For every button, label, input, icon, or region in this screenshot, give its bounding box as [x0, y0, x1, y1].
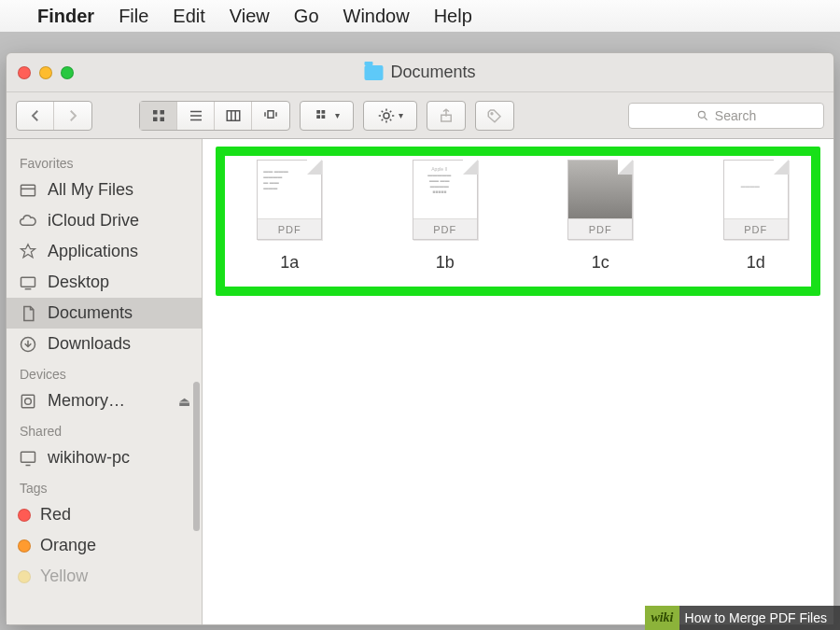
menu-window[interactable]: Window — [343, 6, 410, 27]
file-item[interactable]: ▬▬ ▬▬▬▬▬▬▬▬ ▬▬▬▬▬ PDF 1a — [234, 160, 345, 273]
nav-buttons — [16, 101, 92, 131]
sidebar-tag-orange[interactable]: Orange — [7, 530, 202, 561]
sidebar-item-label: All My Files — [48, 180, 133, 200]
toolbar: ▾ ▾ Search — [7, 92, 833, 139]
file-grid: ▬▬ ▬▬▬▬▬▬▬▬ ▬▬▬▬▬ PDF 1a Apple II▬▬▬▬▬▬▬… — [234, 160, 811, 273]
sidebar-item-label: wikihow-pc — [48, 448, 130, 468]
desktop-icon — [18, 273, 38, 292]
action-menu[interactable]: ▾ — [363, 101, 417, 131]
devices-header: Devices — [7, 359, 202, 385]
file-name: 1c — [592, 253, 609, 273]
system-menubar: Finder File Edit View Go Window Help — [0, 0, 840, 32]
menu-app[interactable]: Finder — [37, 6, 94, 27]
file-name: 1d — [747, 253, 765, 273]
view-switcher — [139, 101, 290, 131]
file-item[interactable]: PDF 1c — [545, 160, 656, 273]
file-type-badge: PDF — [413, 218, 477, 239]
svg-point-19 — [491, 112, 493, 114]
sidebar-item-label: Desktop — [48, 273, 109, 292]
sidebar-tag-red[interactable]: Red — [7, 499, 202, 530]
file-name: 1b — [436, 253, 455, 273]
svg-rect-15 — [316, 115, 320, 119]
sidebar-item-label: Memory… — [48, 391, 125, 411]
svg-rect-1 — [160, 110, 164, 115]
svg-point-17 — [384, 113, 389, 119]
menu-help[interactable]: Help — [434, 6, 472, 27]
menu-edit[interactable]: Edit — [173, 6, 204, 27]
svg-rect-16 — [321, 115, 325, 119]
sidebar: Favorites All My Files iCloud Drive Appl… — [7, 139, 203, 624]
wikihow-logo: wiki — [645, 606, 679, 630]
sidebar-item-desktop[interactable]: Desktop — [7, 267, 202, 298]
sidebar-item-label: Yellow — [40, 567, 88, 586]
view-column-button[interactable] — [215, 102, 252, 130]
zoom-button[interactable] — [61, 66, 74, 79]
window-titlebar[interactable]: Documents — [7, 53, 833, 92]
view-list-button[interactable] — [177, 102, 215, 130]
view-icon-button[interactable] — [140, 102, 177, 130]
wikihow-overlay: wiki How to Merge PDF Files — [645, 606, 840, 630]
search-input[interactable]: Search — [628, 103, 824, 129]
file-item[interactable]: ▬▬▬▬ PDF 1d — [701, 160, 812, 273]
forward-button[interactable] — [54, 102, 91, 130]
svg-rect-0 — [153, 110, 158, 115]
menu-file[interactable]: File — [119, 6, 148, 27]
tags-button[interactable] — [475, 101, 514, 131]
eject-icon[interactable]: ⏏ — [178, 394, 190, 409]
svg-rect-7 — [227, 110, 240, 120]
minimize-button[interactable] — [39, 66, 52, 79]
svg-rect-22 — [21, 185, 35, 196]
svg-rect-10 — [268, 110, 273, 118]
disk-icon — [18, 392, 38, 411]
file-browser[interactable]: ▬▬ ▬▬▬▬▬▬▬▬ ▬▬▬▬▬ PDF 1a Apple II▬▬▬▬▬▬▬… — [203, 139, 833, 624]
sidebar-item-downloads[interactable]: Downloads — [7, 329, 202, 359]
folder-icon — [364, 65, 383, 80]
pdf-thumbnail-icon: ▬▬▬▬ PDF — [723, 160, 789, 240]
file-type-badge: PDF — [724, 218, 788, 239]
favorites-header: Favorites — [7, 148, 202, 175]
back-button[interactable] — [17, 102, 54, 130]
pdf-thumbnail-icon: Apple II▬▬▬▬▬▬▬ ▬▬▬▬▬▬■■■■■ PDF — [413, 160, 478, 240]
documents-icon — [18, 304, 38, 323]
svg-rect-14 — [321, 110, 325, 114]
sidebar-item-wikihow-pc[interactable]: wikihow-pc — [7, 442, 202, 473]
sidebar-item-applications[interactable]: Applications — [7, 236, 202, 267]
svg-rect-24 — [21, 277, 35, 287]
traffic-lights — [18, 66, 74, 79]
cloud-icon — [18, 212, 38, 231]
pdf-thumbnail-icon: PDF — [567, 160, 633, 240]
sidebar-item-documents[interactable]: Documents — [7, 298, 202, 329]
sidebar-item-label: iCloud Drive — [48, 211, 139, 231]
file-type-badge: PDF — [258, 218, 321, 239]
sidebar-item-icloud[interactable]: iCloud Drive — [7, 205, 202, 236]
menu-view[interactable]: View — [230, 6, 270, 27]
sidebar-item-all-my-files[interactable]: All My Files — [7, 175, 202, 205]
tag-dot-icon — [18, 539, 31, 553]
sidebar-tag-yellow[interactable]: Yellow — [7, 561, 202, 592]
sidebar-item-label: Downloads — [48, 334, 131, 354]
sidebar-item-label: Orange — [40, 536, 96, 555]
view-coverflow-button[interactable] — [252, 102, 289, 130]
close-button[interactable] — [18, 66, 31, 79]
file-item[interactable]: Apple II▬▬▬▬▬▬▬ ▬▬▬▬▬▬■■■■■ PDF 1b — [390, 160, 501, 273]
menu-go[interactable]: Go — [294, 6, 319, 27]
file-name: 1a — [280, 253, 299, 273]
sidebar-item-memory[interactable]: Memory… ⏏ — [7, 385, 202, 416]
arrange-menu[interactable]: ▾ — [300, 101, 354, 131]
file-type-badge: PDF — [568, 218, 632, 239]
svg-line-21 — [705, 117, 707, 119]
svg-rect-2 — [153, 117, 158, 121]
svg-rect-29 — [21, 452, 35, 462]
share-button[interactable] — [427, 101, 466, 131]
applications-icon — [18, 243, 38, 261]
svg-rect-3 — [160, 117, 164, 121]
sidebar-scrollbar[interactable] — [193, 382, 200, 531]
svg-rect-13 — [316, 110, 320, 114]
search-placeholder: Search — [715, 108, 756, 123]
downloads-icon — [18, 335, 38, 354]
window-title: Documents — [364, 63, 475, 82]
finder-window: Documents ▾ ▾ Search — [6, 52, 834, 625]
tag-dot-icon — [18, 570, 31, 583]
monitor-icon — [18, 449, 38, 468]
wikihow-caption: How to Merge PDF Files — [685, 610, 827, 625]
